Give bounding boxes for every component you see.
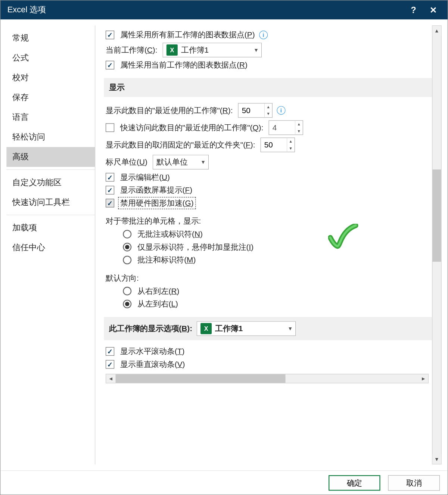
current-workbook-value: 工作簿1 bbox=[181, 45, 209, 55]
comments-none-label: 无批注或标识符(N) bbox=[137, 229, 202, 239]
vscroll-thumb[interactable] bbox=[432, 169, 441, 262]
disable-hw-accel-label: 禁用硬件图形加速(G) bbox=[120, 198, 193, 208]
spinner-up-icon: ▲ bbox=[295, 121, 303, 127]
sidebar-item-save[interactable]: 保存 bbox=[6, 87, 95, 107]
titlebar: Excel 选项 ? ✕ bbox=[0, 0, 448, 19]
direction-ltr-radio[interactable] bbox=[123, 300, 131, 308]
comments-display-header: 对于带批注的单元格，显示: bbox=[106, 216, 429, 227]
current-workbook-select[interactable]: X 工作簿1 ▼ bbox=[162, 43, 262, 57]
sidebar-item-addins[interactable]: 加载项 bbox=[6, 218, 95, 237]
quick-access-recent-label: 快速访问此数目的"最近使用的工作簿"(Q): bbox=[120, 122, 263, 133]
horizontal-scrollbar[interactable]: ◄ ► bbox=[106, 374, 429, 383]
settings-panel: 属性采用所有新工作簿的图表数据点(P) i 当前工作簿(C): X 工作簿1 ▼ bbox=[95, 25, 432, 464]
show-hscroll-label: 显示水平滚动条(T) bbox=[120, 346, 184, 357]
quick-access-recent-input bbox=[269, 123, 295, 132]
category-sidebar: 常规 公式 校对 保存 语言 轻松访问 高级 自定义功能区 快速访问工具栏 加载… bbox=[6, 25, 95, 464]
cancel-button[interactable]: 取消 bbox=[388, 475, 440, 491]
window-title: Excel 选项 bbox=[7, 4, 404, 16]
scroll-left-icon[interactable]: ◄ bbox=[106, 374, 115, 383]
show-function-tips-label: 显示函数屏幕提示(F) bbox=[120, 185, 192, 196]
help-button[interactable]: ? bbox=[404, 0, 423, 19]
ok-button[interactable]: 确定 bbox=[329, 475, 380, 491]
display-section-header: 显示 bbox=[104, 78, 432, 97]
spinner-down-icon[interactable]: ▼ bbox=[287, 145, 295, 152]
comments-indicator-radio[interactable] bbox=[123, 243, 131, 251]
show-vscroll-label: 显示垂直滚动条(V) bbox=[120, 359, 185, 370]
info-icon[interactable]: i bbox=[277, 106, 285, 115]
unpinned-folders-label: 显示此数目的取消固定的"最近的文件夹"(F): bbox=[106, 140, 255, 150]
unpinned-folders-input[interactable] bbox=[261, 140, 286, 149]
unpinned-folders-spinner[interactable]: ▲▼ bbox=[260, 137, 295, 152]
hscroll-track[interactable] bbox=[116, 374, 419, 383]
quick-access-recent-spinner: ▲▼ bbox=[268, 120, 303, 135]
recent-workbooks-input[interactable] bbox=[238, 106, 264, 115]
sidebar-item-language[interactable]: 语言 bbox=[6, 108, 95, 127]
chevron-down-icon: ▼ bbox=[200, 159, 206, 165]
hscroll-thumb[interactable] bbox=[116, 374, 286, 383]
dialog-footer: 确定 取消 bbox=[0, 470, 448, 495]
comments-none-radio[interactable] bbox=[123, 230, 131, 239]
chart-current-checkbox[interactable] bbox=[106, 61, 114, 69]
ruler-units-value: 默认单位 bbox=[156, 157, 187, 167]
disable-hw-accel-checkbox[interactable] bbox=[106, 199, 114, 207]
show-formula-bar-checkbox[interactable] bbox=[106, 173, 114, 181]
workbook-display-value: 工作簿1 bbox=[215, 323, 243, 334]
sidebar-item-general[interactable]: 常规 bbox=[6, 28, 95, 48]
info-icon[interactable]: i bbox=[259, 31, 268, 39]
sidebar-item-trust-center[interactable]: 信任中心 bbox=[6, 237, 95, 257]
sidebar-separator bbox=[6, 215, 95, 215]
scroll-down-icon[interactable]: ▼ bbox=[432, 454, 441, 464]
vscroll-track[interactable] bbox=[432, 35, 441, 455]
recent-workbooks-label: 显示此数目的"最近使用的工作簿"(R): bbox=[106, 105, 233, 116]
spinner-down-icon[interactable]: ▼ bbox=[265, 110, 272, 117]
recent-workbooks-spinner[interactable]: ▲▼ bbox=[238, 103, 272, 118]
quick-access-recent-checkbox[interactable] bbox=[106, 123, 114, 132]
close-button[interactable]: ✕ bbox=[423, 0, 443, 19]
sidebar-item-proofing[interactable]: 校对 bbox=[6, 68, 95, 87]
sidebar-item-customize-ribbon[interactable]: 自定义功能区 bbox=[6, 172, 95, 192]
default-direction-header: 默认方向: bbox=[106, 273, 429, 283]
sidebar-item-accessibility[interactable]: 轻松访问 bbox=[6, 127, 95, 147]
sidebar-item-advanced[interactable]: 高级 bbox=[6, 147, 95, 167]
sidebar-item-quick-access-toolbar[interactable]: 快速访问工具栏 bbox=[6, 192, 95, 212]
direction-rtl-radio[interactable] bbox=[123, 287, 131, 295]
dialog-content: 常规 公式 校对 保存 语言 轻松访问 高级 自定义功能区 快速访问工具栏 加载… bbox=[0, 19, 448, 470]
sidebar-item-formulas[interactable]: 公式 bbox=[6, 48, 95, 68]
chart-current-label: 属性采用当前工作簿的图表数据点(R) bbox=[120, 60, 248, 71]
chart-all-new-checkbox[interactable] bbox=[106, 31, 114, 39]
chart-all-new-label: 属性采用所有新工作簿的图表数据点(P) bbox=[120, 30, 255, 40]
direction-ltr-label: 从左到右(L) bbox=[137, 299, 178, 309]
comments-both-label: 批注和标识符(M) bbox=[137, 255, 196, 265]
excel-icon: X bbox=[167, 44, 178, 56]
workbook-display-section-header: 此工作簿的显示选项(B): X 工作簿1 ▼ bbox=[104, 317, 432, 340]
workbook-display-select[interactable]: X 工作簿1 ▼ bbox=[197, 321, 296, 336]
chevron-down-icon: ▼ bbox=[253, 47, 259, 53]
workbook-display-header-label: 此工作簿的显示选项(B): bbox=[109, 323, 192, 334]
sidebar-separator bbox=[6, 169, 95, 170]
show-function-tips-checkbox[interactable] bbox=[106, 186, 114, 194]
direction-rtl-label: 从右到左(R) bbox=[137, 286, 179, 296]
excel-icon: X bbox=[200, 323, 212, 334]
show-hscroll-checkbox[interactable] bbox=[106, 347, 114, 356]
show-vscroll-checkbox[interactable] bbox=[106, 360, 114, 368]
comments-both-radio[interactable] bbox=[123, 256, 131, 264]
chevron-down-icon: ▼ bbox=[288, 326, 293, 331]
comments-indicator-label: 仅显示标识符，悬停时加显批注(I) bbox=[137, 242, 253, 252]
spinner-up-icon[interactable]: ▲ bbox=[287, 138, 295, 145]
spinner-down-icon: ▼ bbox=[295, 128, 303, 134]
ruler-units-select[interactable]: 默认单位 ▼ bbox=[153, 155, 209, 169]
scroll-up-icon[interactable]: ▲ bbox=[432, 26, 441, 35]
show-formula-bar-label: 显示编辑栏(U) bbox=[120, 172, 170, 183]
vertical-scrollbar[interactable]: ▲ ▼ bbox=[432, 25, 441, 464]
ruler-units-label: 标尺单位(U) bbox=[106, 157, 147, 167]
spinner-up-icon[interactable]: ▲ bbox=[265, 103, 272, 110]
current-workbook-label: 当前工作簿(C): bbox=[106, 45, 158, 55]
scroll-right-icon[interactable]: ► bbox=[419, 374, 428, 383]
